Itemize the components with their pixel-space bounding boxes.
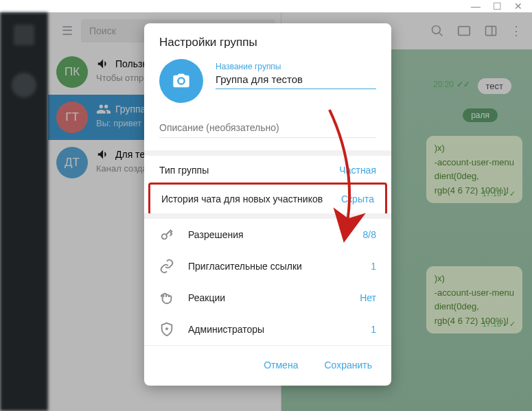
row-value: 1 (371, 324, 376, 335)
row-label: Разрешения (188, 229, 244, 240)
reactions-row[interactable]: Реакции Нет (144, 282, 391, 314)
group-name-input[interactable] (216, 71, 376, 89)
group-settings-modal: Настройки группы Название группы Тип гру… (144, 23, 391, 386)
row-label: Тип группы (159, 165, 209, 176)
close-button[interactable]: ✕ (514, 1, 522, 12)
link-icon (159, 259, 174, 274)
row-value: 8/8 (363, 229, 376, 240)
cancel-button[interactable]: Отмена (254, 354, 308, 376)
set-photo-button[interactable] (159, 59, 203, 103)
svg-point-3 (162, 234, 167, 239)
key-icon (159, 227, 174, 242)
chat-history-row[interactable]: История чата для новых участников Скрыта (150, 185, 385, 213)
window-titlebar: — ☐ ✕ (0, 0, 532, 12)
minimize-button[interactable]: — (471, 1, 481, 12)
row-label: Администраторы (188, 324, 264, 335)
invite-links-row[interactable]: Пригласительные ссылки 1 (144, 250, 391, 282)
save-button[interactable]: Сохранить (314, 354, 382, 376)
group-type-row[interactable]: Тип группы Частная (144, 156, 391, 185)
wave-icon (159, 290, 174, 305)
permissions-row[interactable]: Разрешения 8/8 (144, 219, 391, 250)
admins-row[interactable]: Администраторы 1 (144, 314, 391, 346)
group-name-label: Название группы (216, 62, 376, 71)
shield-star-icon (159, 322, 174, 337)
camera-icon (172, 71, 191, 91)
row-label: Реакции (188, 292, 225, 303)
row-value: Частная (339, 165, 376, 176)
group-description-input[interactable] (159, 118, 376, 138)
row-label: Пригласительные ссылки (188, 261, 302, 272)
modal-title: Настройки группы (144, 23, 391, 56)
maximize-button[interactable]: ☐ (493, 1, 502, 12)
row-value: 1 (371, 261, 376, 272)
row-label: История чата для новых участников (161, 193, 323, 204)
row-value: Скрыта (341, 193, 374, 204)
row-value: Нет (360, 292, 376, 303)
